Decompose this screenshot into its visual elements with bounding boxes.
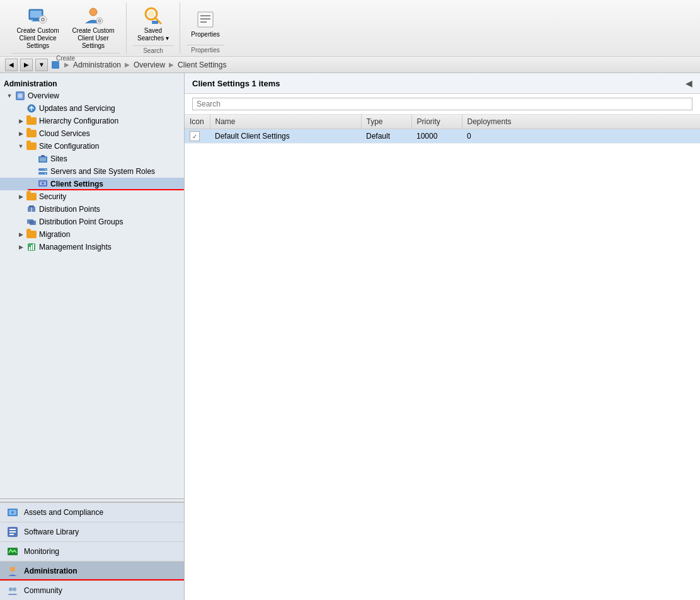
create-user-settings-label: Create Custom Client User Settings xyxy=(71,27,115,50)
nav-community[interactable]: Community xyxy=(0,580,184,600)
monitoring-label: Monitoring xyxy=(24,547,59,556)
assets-icon xyxy=(6,506,19,519)
svg-rect-2 xyxy=(33,20,39,21)
breadcrumb-arrow-2: ▶ xyxy=(125,61,130,68)
breadcrumb-administration[interactable]: Administration xyxy=(73,61,121,69)
sidebar-item-mgmt-insights[interactable]: ▶ Management Insights xyxy=(0,241,184,253)
properties-button[interactable]: Properties xyxy=(186,6,224,42)
collapse-button[interactable]: ◀ xyxy=(686,78,692,88)
svg-rect-22 xyxy=(18,94,22,98)
col-type[interactable]: Type xyxy=(361,115,411,129)
sidebar-item-security[interactable]: ▶ Security xyxy=(0,190,184,203)
toolbar-properties-group: Properties Properties xyxy=(180,3,231,54)
sidebar-item-updates[interactable]: Updates and Servicing xyxy=(0,102,184,115)
breadcrumb-client-settings[interactable]: Client Settings xyxy=(178,61,226,69)
distrib-points-icon xyxy=(26,204,37,214)
content-area: Client Settings 1 items ◀ Icon Name Type… xyxy=(185,73,700,600)
col-priority[interactable]: Priority xyxy=(411,115,462,129)
expand-overview[interactable]: ▼ xyxy=(5,91,14,100)
row-priority: 10000 xyxy=(416,132,437,141)
search-input[interactable] xyxy=(192,98,692,110)
breadcrumb-overview[interactable]: Overview xyxy=(134,61,165,69)
sidebar: Administration ▼ Overview xyxy=(0,73,185,600)
row-name: Default Client Settings xyxy=(215,132,290,141)
hierarchy-label: Hierarchy Configuration xyxy=(39,117,118,125)
col-name[interactable]: Name xyxy=(210,115,361,129)
expand-security[interactable]: ▶ xyxy=(16,192,25,201)
cloud-label: Cloud Services xyxy=(39,129,90,138)
svg-point-52 xyxy=(9,587,13,591)
create-device-settings-button[interactable]: Create Custom Client Device Settings xyxy=(11,3,64,53)
svg-rect-48 xyxy=(9,531,16,533)
create-user-settings-button[interactable]: Create Custom Client User Settings xyxy=(67,3,120,53)
expand-servers xyxy=(28,167,37,176)
svg-rect-14 xyxy=(152,21,158,24)
search-bar xyxy=(185,94,700,115)
expand-updates xyxy=(16,104,25,113)
distrib-groups-icon xyxy=(26,217,37,227)
svg-rect-17 xyxy=(200,18,210,20)
svg-point-53 xyxy=(13,587,16,591)
community-icon xyxy=(6,584,19,597)
cloud-icon xyxy=(26,129,37,139)
svg-point-13 xyxy=(148,11,154,17)
sidebar-title: Administration xyxy=(0,76,184,89)
row-deployments-cell: 0 xyxy=(462,129,700,144)
expand-migration[interactable]: ▶ xyxy=(16,230,25,239)
hierarchy-icon xyxy=(26,116,37,126)
saved-searches-button[interactable]: SavedSearches ▾ xyxy=(133,3,173,45)
table-row[interactable]: ✓ Default Client Settings Default 10000 xyxy=(185,129,700,144)
toolbar-search-group: SavedSearches ▾ Search xyxy=(127,3,180,54)
svg-rect-35 xyxy=(29,205,34,207)
sidebar-item-sites[interactable]: Sites xyxy=(0,153,184,165)
updates-label: Updates and Servicing xyxy=(39,104,115,113)
nav-monitoring[interactable]: Monitoring xyxy=(0,541,184,561)
assets-label: Assets and Compliance xyxy=(24,508,103,517)
nav-software[interactable]: Software Library xyxy=(0,522,184,541)
properties-group-label: Properties xyxy=(186,45,224,54)
svg-rect-47 xyxy=(9,529,16,530)
sidebar-item-overview[interactable]: ▼ Overview xyxy=(0,89,184,102)
sidebar-item-hierarchy[interactable]: ▶ Hierarchy Configuration xyxy=(0,115,184,127)
back-button[interactable]: ◀ xyxy=(5,59,18,71)
row-type-cell: Default xyxy=(361,129,411,144)
svg-point-7 xyxy=(89,8,97,16)
nav-administration[interactable]: Administration xyxy=(0,561,184,580)
content-title: Client Settings 1 items xyxy=(192,79,280,88)
properties-icon xyxy=(195,9,215,30)
software-icon xyxy=(6,526,19,538)
col-deployments[interactable]: Deployments xyxy=(462,115,700,129)
dropdown-button[interactable]: ▼ xyxy=(35,59,48,71)
nav-assets[interactable]: Assets and Compliance xyxy=(0,502,184,522)
expand-cloud[interactable]: ▶ xyxy=(16,129,25,138)
saved-searches-icon xyxy=(143,6,163,26)
row-priority-cell: 10000 xyxy=(411,129,462,144)
svg-point-6 xyxy=(42,19,44,21)
sidebar-item-servers[interactable]: Servers and Site System Roles xyxy=(0,165,184,178)
expand-hierarchy[interactable]: ▶ xyxy=(16,117,25,125)
sidebar-item-site-config[interactable]: ▼ Site Configuration xyxy=(0,140,184,153)
client-settings-icon xyxy=(38,179,48,189)
sidebar-item-distrib-groups[interactable]: Distribution Point Groups xyxy=(0,216,184,228)
col-icon[interactable]: Icon xyxy=(185,115,210,129)
sidebar-item-distrib-points[interactable]: Distribution Points xyxy=(0,203,184,216)
breadcrumb-home xyxy=(50,60,60,70)
updates-icon xyxy=(26,103,37,113)
toolbar: Create Custom Client Device Settings Cre… xyxy=(0,0,700,57)
sidebar-item-cloud[interactable]: ▶ Cloud Services xyxy=(0,127,184,140)
create-device-settings-label: Create Custom Client Device Settings xyxy=(16,27,60,50)
expand-site-config[interactable]: ▼ xyxy=(16,142,25,151)
bottom-nav: Assets and Compliance Software Library xyxy=(0,502,184,600)
breadcrumb-arrow-3: ▶ xyxy=(169,61,174,68)
svg-rect-49 xyxy=(9,534,14,535)
row-icon-cell: ✓ xyxy=(185,129,210,144)
forward-button[interactable]: ▶ xyxy=(20,59,33,71)
sidebar-item-client-settings[interactable]: Client Settings xyxy=(0,178,184,190)
svg-rect-16 xyxy=(200,15,210,16)
expand-distrib-points xyxy=(16,205,25,214)
svg-rect-41 xyxy=(31,245,32,250)
distrib-groups-label: Distribution Point Groups xyxy=(39,217,123,226)
expand-mgmt-insights[interactable]: ▶ xyxy=(16,243,25,251)
svg-rect-18 xyxy=(200,21,207,23)
sidebar-item-migration[interactable]: ▶ Migration xyxy=(0,228,184,241)
